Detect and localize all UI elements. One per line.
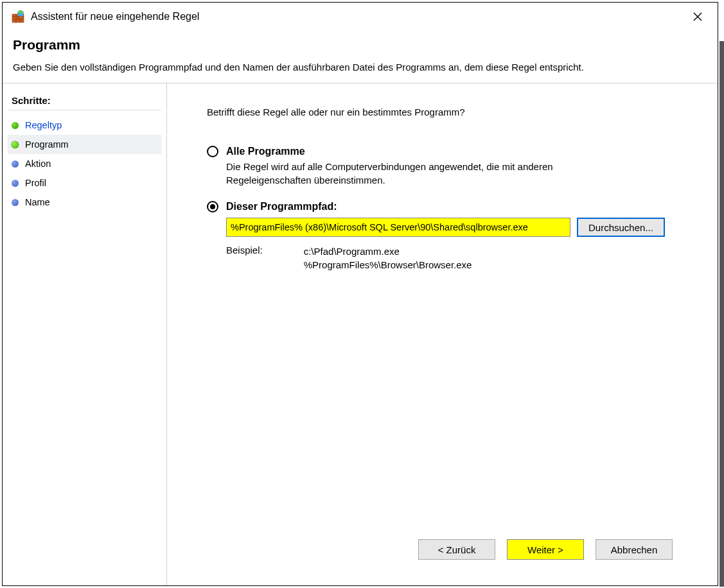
step-bullet-icon [12,199,19,206]
svg-rect-7 [16,19,20,22]
step-programm[interactable]: Programm [8,135,161,154]
example-line-1: c:\Pfad\Programm.exe [304,245,472,258]
step-name[interactable]: Name [8,193,161,212]
example-values: c:\Pfad\Programm.exe %ProgramFiles%\Brow… [304,245,472,272]
close-button[interactable] [683,6,712,27]
page-title: Programm [13,37,707,53]
svg-rect-5 [18,17,24,19]
steps-heading: Schritte: [8,92,161,110]
step-label: Profil [25,178,46,188]
question-text: Betrifft diese Regel alle oder nur ein b… [207,107,692,117]
window-title: Assistent für neue eingehende Regel [31,11,683,22]
example-line-2: %ProgramFiles%\Browser\Browser.exe [304,258,472,272]
step-label: Name [25,197,50,207]
step-bullet-icon [12,160,19,168]
example-label: Beispiel: [226,245,263,272]
back-button[interactable]: < Zurück [418,539,495,560]
option-path-label: Dieser Programmpfad: [226,201,337,212]
content-pane: Betrifft diese Regel alle oder nur ein b… [167,83,718,585]
window-right-edge [720,41,724,587]
wizard-body: Schritte: Regeltyp Programm Aktion Profi… [3,83,718,585]
cancel-button[interactable]: Abbrechen [596,539,673,560]
step-aktion[interactable]: Aktion [8,154,161,173]
step-regeltyp[interactable]: Regeltyp [8,116,161,135]
step-label: Programm [25,139,69,150]
next-button[interactable]: Weiter > [507,539,584,560]
radio-program-path[interactable] [207,201,218,212]
firewall-icon [12,10,24,23]
step-bullet-icon [12,180,19,187]
option-all-programs: Alle Programme Die Regel wird auf alle C… [207,146,692,187]
step-bullet-icon [12,122,19,129]
page-subtitle: Geben Sie den vollständigen Programmpfad… [13,62,707,73]
browse-button[interactable]: Durchsuchen... [577,218,665,237]
svg-rect-1 [12,14,16,17]
program-path-input[interactable] [226,218,570,237]
option-all-label: Alle Programme [226,146,305,157]
svg-rect-8 [20,19,24,22]
wizard-footer: < Zurück Weiter > Abbrechen [207,532,692,573]
radio-all-programs[interactable] [207,146,218,157]
titlebar: Assistent für neue eingehende Regel [3,3,718,31]
step-label: Aktion [25,159,51,169]
svg-rect-6 [12,19,16,22]
svg-rect-4 [12,17,18,19]
wizard-window: Assistent für neue eingehende Regel Prog… [2,2,718,586]
close-icon [693,12,702,21]
step-label: Regeltyp [25,120,62,130]
step-bullet-icon [12,141,19,148]
page-header: Programm Geben Sie den vollständigen Pro… [3,31,718,83]
step-profil[interactable]: Profil [8,173,161,193]
option-program-path: Dieser Programmpfad: Durchsuchen... Beis… [207,201,692,272]
option-all-description: Die Regel wird auf alle Computerverbindu… [226,160,612,187]
steps-sidebar: Schritte: Regeltyp Programm Aktion Profi… [3,83,167,585]
